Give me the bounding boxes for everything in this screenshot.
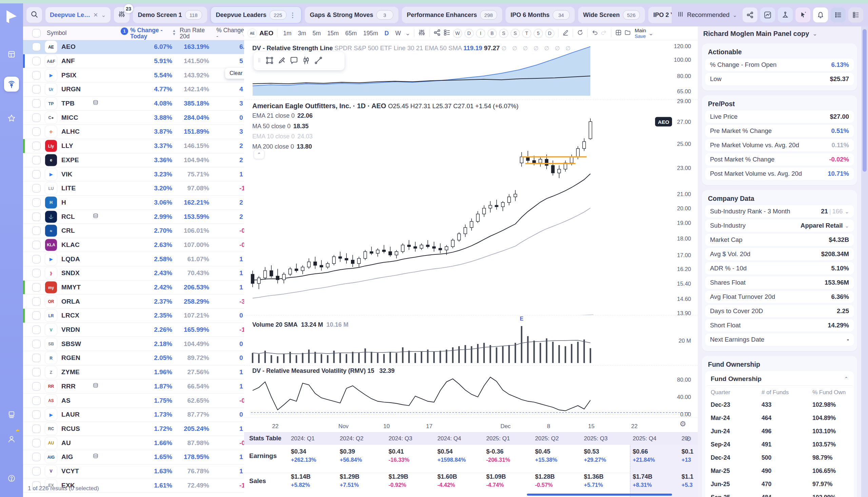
folder-icon[interactable]	[624, 29, 631, 38]
watchlist-row-KLAC[interactable]: KLAKLAC2.63%107.00%-0	[23, 238, 244, 252]
col-change-today[interactable]: 1	[121, 28, 128, 35]
metric-row-pre-market-change[interactable]: Pre Market % Change0.51%	[705, 125, 854, 137]
watchlist-row-PSIX[interactable]: ▶PSIX5.54%143.92%2	[23, 68, 244, 83]
rmv-indicator-label[interactable]: DV - Relative Measured Volatility (RMV) …	[252, 367, 395, 374]
select-all-checkbox[interactable]	[32, 29, 41, 38]
timeframe-195m[interactable]: 195m	[361, 29, 380, 38]
metric-row-post-market-change[interactable]: Post Market % Change-0.02%	[705, 153, 854, 166]
ma-legend-row[interactable]: MA 200 close 013.80	[252, 143, 312, 150]
row-checkbox[interactable]	[32, 128, 41, 136]
screen-tab-ipo-6-months[interactable]: IPO 6 Months34	[505, 7, 575, 23]
trendline-tool-icon[interactable]	[314, 56, 323, 66]
watchlist-row-AS[interactable]: ASAS1.75%62.65%-0	[23, 394, 244, 408]
watchlist-row-AEO[interactable]: AEAEO6.07%163.19%6.13%	[23, 40, 244, 54]
row-checkbox[interactable]	[32, 198, 41, 207]
row-checkbox[interactable]	[32, 227, 41, 235]
watchlist-row-AU[interactable]: AUAU1.66%87.98%-0	[23, 436, 244, 450]
rsl-indicator-label[interactable]: DV - Relative Strength Line SPDR S&P 500…	[252, 44, 573, 52]
drag-handle-icon[interactable]	[257, 57, 262, 66]
volume-indicator-label[interactable]: Volume 20 SMA 13.24 M 10.16 M	[252, 321, 349, 328]
metric-row-sub-industry-rank-3-month[interactable]: Sub-Industry Rank - 3 Month21|166⌄	[705, 205, 854, 217]
stats-scrollbar[interactable]	[527, 494, 672, 496]
screen-tab-deepvue-leaders[interactable]: Deepvue Leaders225⋮	[210, 6, 301, 24]
sidebar-item-star[interactable]	[4, 111, 19, 126]
metric-row-sub-industry[interactable]: Sub-IndustryApparel Retail⌄	[705, 219, 854, 232]
pointer-icon-button[interactable]	[795, 8, 810, 23]
row-checkbox[interactable]	[32, 184, 41, 193]
compare-symbol-icon[interactable]	[433, 29, 441, 38]
row-checkbox[interactable]	[32, 439, 41, 447]
row-checkbox[interactable]	[32, 297, 41, 306]
watchlist-row-RRR[interactable]: RRRRR1.87%66.54%1	[23, 380, 244, 394]
metric-row-pre-market-volume-vs-avg-20d[interactable]: Pre Market Volume vs. Avg. 20d0.11%	[705, 139, 854, 151]
tab-menu-icon[interactable]: ⋮	[290, 11, 296, 19]
sort-dropdown[interactable]: Recommended ⌄	[675, 11, 739, 19]
draw-icon[interactable]	[562, 29, 569, 38]
sidebar-item-help[interactable]	[4, 471, 19, 486]
screen-tab-demo-screen-1[interactable]: Demo Screen 1118	[133, 7, 207, 23]
chevron-down-icon[interactable]: ⌄	[101, 12, 106, 19]
row-checkbox[interactable]	[32, 283, 41, 292]
metric-row-low[interactable]: Low$25.37	[705, 73, 854, 85]
metric-row-days-to-cover-20d[interactable]: Days to Cover 20D2.25	[705, 305, 854, 317]
watchlist-row-ZYME[interactable]: ZZYME1.96%27.56%1	[23, 365, 244, 380]
pattern-tool-icon[interactable]	[302, 56, 311, 66]
row-checkbox[interactable]	[32, 467, 41, 475]
gridv-icon-button[interactable]	[848, 8, 863, 23]
row-checkbox[interactable]	[32, 424, 41, 433]
metric-row-short-float[interactable]: Short Float14.29%	[705, 319, 854, 331]
watchlist-row-MMYT[interactable]: myMMYT2.42%206.53%1	[23, 281, 244, 295]
row-checkbox[interactable]	[32, 326, 41, 334]
screen-filter-chip[interactable]: Deepvue Le… ✕ ⌄	[45, 7, 111, 23]
watchlist-row-VRDN[interactable]: VVRDN2.26%165.99%-1	[23, 323, 244, 337]
share-icon-button[interactable]	[742, 8, 757, 23]
watchlist-row-RCL[interactable]: ⚓RCL2.99%153.59%2	[23, 210, 244, 224]
watchlist-row-LLY[interactable]: LlyLLY3.37%146.15%2	[23, 139, 244, 153]
screen-tab-wide-screen[interactable]: Wide Screen526	[578, 7, 645, 23]
screen-tab-ipo-2-years-wide[interactable]: IPO 2 Years Wide100	[648, 7, 672, 23]
watchlist-row-SBSW[interactable]: SBSBSW2.18%104.49%0	[23, 337, 244, 351]
compare-icon-button[interactable]	[778, 8, 793, 23]
sidebar-item-user[interactable]	[4, 431, 19, 446]
watchlist-row-LRCX[interactable]: LRLRCX2.35%107.21%0	[23, 309, 244, 323]
row-checkbox[interactable]	[32, 142, 41, 150]
quick-toggle-B-3[interactable]: B	[488, 29, 497, 38]
row-checkbox[interactable]	[32, 382, 41, 390]
watchlist-row-EXPE[interactable]: eEXPE3.36%104.94%2	[23, 153, 244, 168]
sort-arrows-icon[interactable]: ▲▼	[172, 29, 176, 36]
screen-tab-gaps-strong-moves[interactable]: Gaps & Strong Moves3	[305, 7, 398, 23]
watchlist-row-VCYT[interactable]: VVCYT1.63%76.78%1	[23, 465, 244, 479]
filters-button[interactable]: 23	[114, 7, 130, 23]
row-checkbox[interactable]	[32, 311, 41, 320]
quick-toggle-I-2[interactable]: I	[476, 29, 485, 38]
comment-tool-icon[interactable]	[290, 56, 298, 66]
scrollbar-thumb[interactable]	[863, 29, 867, 172]
stats-gear-icon[interactable]: ⚙	[686, 435, 692, 443]
sidebar-item-signal[interactable]	[4, 77, 19, 91]
metric-row-shares-float[interactable]: Shares Float153.96M	[705, 276, 854, 289]
chevron-down-icon[interactable]: ⌄	[648, 30, 653, 37]
row-checkbox[interactable]	[32, 170, 41, 179]
row-checkbox[interactable]	[32, 453, 41, 462]
undo-icon[interactable]	[591, 29, 598, 38]
timeframe-65m[interactable]: 65m	[343, 29, 359, 38]
row-checkbox[interactable]	[32, 85, 41, 94]
watchlist-row-CRL[interactable]: ≈CRL2.70%106.01%-0	[23, 224, 244, 238]
row-checkbox[interactable]	[32, 255, 41, 263]
metric-row-next-earnings-date[interactable]: Next Earnings Date-	[705, 333, 854, 346]
watchlist-row-ORLA[interactable]: ORORLA2.37%258.29%-3	[23, 295, 244, 309]
screen-tab-performance-enhancers[interactable]: Performance Enhancers298	[402, 7, 502, 23]
list-icon-button[interactable]	[831, 8, 845, 23]
row-checkbox[interactable]	[32, 368, 41, 377]
row-checkbox[interactable]	[32, 396, 41, 405]
watchlist-row-ANF[interactable]: A&FANF5.91%141.50%5	[23, 54, 244, 69]
panes-icon[interactable]	[615, 29, 622, 38]
axis-gear-icon[interactable]: ⚙	[679, 420, 686, 428]
quick-toggle-W-0[interactable]: W	[453, 29, 462, 38]
quick-toggle-D-1[interactable]: D	[465, 29, 474, 38]
ma-legend-row[interactable]: EMA 21 close 022.06	[252, 112, 313, 119]
row-checkbox[interactable]	[32, 99, 41, 108]
search-button[interactable]	[27, 7, 42, 23]
col-change-today-label[interactable]: % Change -Today	[130, 27, 162, 40]
panel-scrollbar[interactable]	[861, 27, 868, 497]
